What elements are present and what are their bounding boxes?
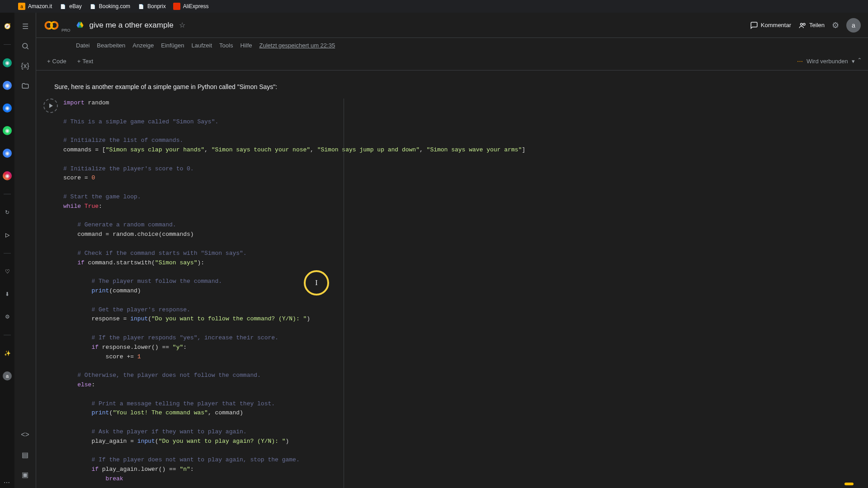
code-snippets-icon[interactable]: <> [16,426,34,444]
booking-icon: 📄 [89,3,96,10]
text-cell[interactable]: Sure, here is another example of a simpl… [43,80,861,94]
code-token: command = random.choice(commands) [63,231,194,238]
code-token: "n" [179,466,190,473]
terminal-icon[interactable]: ▣ [16,465,34,483]
code-token: command.startswith( [85,259,155,266]
svg-point-5 [803,23,806,25]
sidebar-app-icon[interactable]: ◉ [3,81,12,90]
notebook-title[interactable]: give me a other example [90,21,174,30]
menu-insert[interactable]: Einfügen [161,42,184,49]
bookmark-bonprix[interactable]: 📄 Bonprix [137,3,166,10]
share-label: Teilen [809,22,825,28]
search-icon[interactable] [16,37,34,55]
share-button[interactable]: Teilen [798,21,825,29]
bookmark-aliexpress[interactable]: AliExpress [173,3,209,10]
code-token: print [63,287,109,294]
margin-ruler [344,99,344,488]
code-token: True [85,203,99,210]
connecting-icon: ⋯ [797,58,803,65]
menu-tools[interactable]: Tools [219,42,233,49]
code-token: print [63,409,109,416]
code-token: play_again = [63,438,137,445]
main-area: ☰ {x} <> ▤ ▣ PRO [14,13,868,488]
colab-logo[interactable] [43,17,60,33]
code-token: if [63,344,99,351]
svg-point-4 [801,23,803,25]
code-token: response = [63,315,130,322]
code-token: : [190,466,194,473]
toc-icon[interactable]: ☰ [16,17,34,35]
add-text-button[interactable]: + Text [74,56,97,66]
code-token: # This is a simple game called "Simon Sa… [63,118,218,125]
dropdown-icon[interactable]: ▾ [852,58,855,65]
code-token: # Initialize the list of commands. [63,137,183,144]
code-token: score += [63,353,137,360]
star-icon[interactable]: ☆ [179,21,185,29]
code-token: break [63,475,123,482]
code-token: 0 [91,174,95,181]
code-token: # Get the player's response. [63,306,190,313]
code-token: # Start the game loop. [63,193,141,200]
code-token: input [137,438,155,445]
plus-icon: + [47,58,51,65]
colab-content: PRO give me a other example ☆ Kommentar … [36,13,868,488]
code-token: # Print a message telling the player tha… [63,400,275,407]
run-button[interactable] [43,99,60,115]
code-token: "Simon says touch your nose" [212,146,310,153]
code-editor[interactable]: import random # This is a simple game ca… [63,99,861,488]
collapse-icon[interactable]: ˆ [859,57,861,66]
code-token: while [63,203,81,210]
sidebar-history-icon[interactable]: ↻ [3,208,12,217]
sidebar-play-icon[interactable]: ▷ [3,230,12,239]
menu-view[interactable]: Anzeige [132,42,154,49]
sidebar-whatsapp-icon[interactable]: ◉ [3,126,12,135]
svg-point-0 [23,43,28,48]
bookmark-label: Booking.com [99,3,130,9]
user-avatar[interactable]: a [846,18,861,33]
code-token: if [63,466,99,473]
menu-bar: Datei Bearbeiten Anzeige Einfügen Laufze… [36,38,868,52]
code-token: import [63,99,85,106]
sidebar-compass-icon[interactable]: 🧭 [3,22,12,31]
bookmark-booking[interactable]: 📄 Booking.com [89,3,130,10]
sidebar-heart-icon[interactable]: ♡ [3,267,12,276]
sidebar-spark-icon[interactable]: ✨ [3,349,12,358]
menu-help[interactable]: Hilfe [240,42,252,49]
code-token: "Do you want to play again? (Y/N): " [159,438,286,445]
sidebar-app-icon[interactable]: ◉ [3,58,12,67]
menu-edit[interactable]: Bearbeiten [97,42,125,49]
code-token: response.lower() == [99,344,173,351]
code-token: # Initialize the player's score to 0. [63,165,194,172]
menu-file[interactable]: Datei [76,42,90,49]
command-palette-icon[interactable]: ▤ [16,446,34,464]
sidebar-avatar-icon[interactable]: a [3,371,12,380]
code-token: score = [63,174,91,181]
code-token: # The player must follow the command. [63,278,222,285]
sidebar-app-icon[interactable]: ◉ [3,149,12,158]
files-icon[interactable] [16,77,34,95]
menu-runtime[interactable]: Laufzeit [192,42,212,49]
amazon-icon: a [18,3,25,10]
last-saved[interactable]: Zuletzt gespeichert um 22:35 [259,42,335,49]
code-token: ( [148,315,151,322]
add-code-button[interactable]: + Code [43,56,70,66]
sidebar-app-icon[interactable]: ◉ [3,103,12,113]
code-token: ( [155,438,159,445]
code-token: # Otherwise, the player does not follow … [63,372,261,379]
bookmark-amazon[interactable]: a Amazon.it [18,3,52,10]
variables-icon[interactable]: {x} [16,57,34,75]
bookmark-label: Bonprix [147,3,166,9]
settings-icon[interactable]: ⚙ [832,20,839,30]
code-token: : [183,344,187,351]
comment-button[interactable]: Kommentar [750,21,791,29]
code-token: "Simon says clap your hands" [106,146,204,153]
more-icon[interactable]: ⋯ [4,479,10,486]
sidebar-instagram-icon[interactable]: ◉ [3,171,12,180]
code-token: "y" [173,344,183,351]
code-token: , command) [208,409,243,416]
code-token: # Ask the player if they want to play ag… [63,428,247,435]
sidebar-download-icon[interactable]: ⬇ [3,290,12,299]
bookmark-ebay[interactable]: 📄 eBay [59,3,81,10]
sidebar-gear-icon[interactable]: ⚙ [3,312,12,321]
connection-status[interactable]: ⋯ Wird verbunden ▾ [797,58,855,65]
